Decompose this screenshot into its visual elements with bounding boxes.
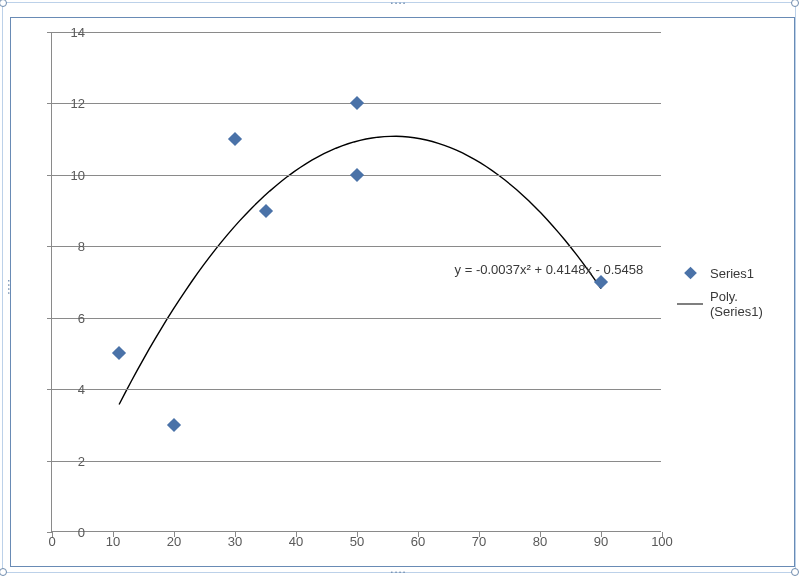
x-tick-label: 20	[159, 534, 189, 549]
resize-handle-corner-icon[interactable]	[0, 568, 7, 576]
x-tick-label: 50	[342, 534, 372, 549]
x-tick-label: 40	[281, 534, 311, 549]
y-tick-mark	[47, 103, 52, 104]
resize-handle-corner-icon[interactable]	[791, 568, 799, 576]
y-tick-label: 8	[57, 239, 85, 254]
gridline	[52, 32, 661, 33]
x-tick-label: 90	[586, 534, 616, 549]
y-tick-mark	[47, 32, 52, 33]
chart-area[interactable]: y = -0.0037x² + 0.4148x - 0.5458 0246810…	[10, 17, 795, 567]
x-tick-label: 70	[464, 534, 494, 549]
resize-handle-top-icon[interactable]: ••••	[391, 1, 407, 5]
y-tick-mark	[47, 246, 52, 247]
y-tick-label: 4	[57, 382, 85, 397]
x-tick-label: 80	[525, 534, 555, 549]
diamond-marker-icon	[676, 266, 704, 280]
y-tick-mark	[47, 318, 52, 319]
x-tick-label: 30	[220, 534, 250, 549]
legend-label: Series1	[710, 266, 754, 281]
x-tick-label: 0	[37, 534, 67, 549]
gridline	[52, 246, 661, 247]
legend-item-series[interactable]: Series1	[676, 266, 786, 281]
gridline	[52, 389, 661, 390]
resize-handle-corner-icon[interactable]	[0, 0, 7, 7]
y-tick-label: 6	[57, 310, 85, 325]
x-tick-label: 60	[403, 534, 433, 549]
legend-label: Poly. (Series1)	[710, 289, 786, 319]
y-tick-label: 10	[57, 167, 85, 182]
gridline	[52, 318, 661, 319]
trendline-equation-label[interactable]: y = -0.0037x² + 0.4148x - 0.5458	[455, 262, 644, 277]
gridline	[52, 461, 661, 462]
plot-area[interactable]: y = -0.0037x² + 0.4148x - 0.5458 0246810…	[51, 32, 661, 532]
y-tick-label: 12	[57, 96, 85, 111]
chart-selection-frame[interactable]: •••• •••• •••• •••• y = -0.0037x² + 0.41…	[2, 2, 796, 573]
legend-item-trendline[interactable]: Poly. (Series1)	[676, 289, 786, 319]
y-tick-label: 14	[57, 25, 85, 40]
x-tick-label: 10	[98, 534, 128, 549]
legend[interactable]: Series1 Poly. (Series1)	[676, 258, 786, 327]
line-icon	[676, 297, 704, 311]
y-tick-mark	[47, 389, 52, 390]
y-tick-mark	[47, 461, 52, 462]
x-tick-label: 100	[647, 534, 677, 549]
resize-handle-bottom-icon[interactable]: ••••	[391, 570, 407, 574]
y-tick-mark	[47, 175, 52, 176]
resize-handle-corner-icon[interactable]	[791, 0, 799, 7]
y-tick-label: 2	[57, 453, 85, 468]
